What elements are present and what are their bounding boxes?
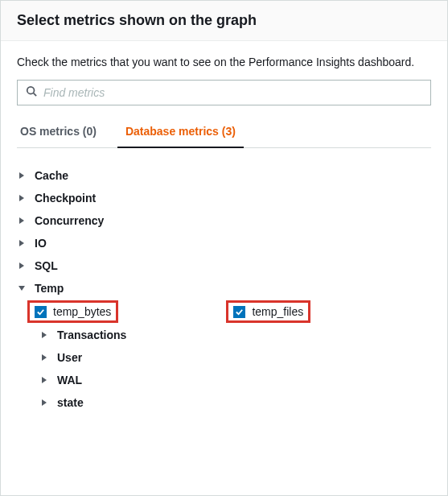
- category-label: WAL: [57, 374, 82, 386]
- checkbox-checked-icon[interactable]: [233, 306, 245, 318]
- category-cache[interactable]: Cache: [17, 164, 431, 187]
- metrics-tabs: OS metrics (0) Database metrics (3): [17, 117, 431, 148]
- caret-right-icon: [17, 239, 27, 247]
- caret-right-icon: [39, 331, 49, 339]
- category-label: User: [57, 351, 82, 364]
- caret-right-icon: [17, 262, 27, 270]
- search-icon: [26, 85, 37, 100]
- caret-right-icon: [39, 399, 49, 407]
- search-input[interactable]: [43, 86, 422, 99]
- checkbox-checked-icon[interactable]: [35, 306, 47, 318]
- search-field[interactable]: [17, 80, 431, 105]
- metric-temp-files[interactable]: temp_files: [228, 303, 308, 320]
- category-sql[interactable]: SQL: [17, 254, 431, 277]
- category-label: IO: [35, 237, 47, 250]
- caret-right-icon: [39, 376, 49, 384]
- category-label: Cache: [35, 169, 68, 182]
- metrics-tree: Cache Checkpoint Concurrency IO: [17, 148, 431, 414]
- caret-right-icon: [17, 172, 27, 180]
- category-state[interactable]: state: [17, 391, 431, 414]
- tab-os-metrics[interactable]: OS metrics (0): [17, 117, 100, 147]
- caret-right-icon: [17, 217, 27, 225]
- caret-down-icon: [17, 285, 27, 291]
- category-label: SQL: [35, 259, 58, 272]
- metric-label: temp_files: [252, 305, 303, 318]
- caret-right-icon: [17, 194, 27, 202]
- svg-line-1: [34, 93, 37, 97]
- panel-header: Select metrics shown on the graph: [1, 1, 447, 41]
- panel-description: Check the metrics that you want to see o…: [17, 56, 431, 68]
- metric-temp-bytes[interactable]: temp_bytes: [30, 303, 116, 320]
- category-transactions[interactable]: Transactions: [17, 324, 431, 346]
- category-wal[interactable]: WAL: [17, 369, 431, 391]
- panel-body: Check the metrics that you want to see o…: [1, 41, 447, 428]
- temp-metrics-row: temp_bytes temp_files: [17, 300, 431, 324]
- category-label: Transactions: [57, 329, 126, 341]
- caret-right-icon: [39, 353, 49, 362]
- category-label: state: [57, 396, 84, 409]
- category-io[interactable]: IO: [17, 232, 431, 254]
- metrics-selection-panel: Select metrics shown on the graph Check …: [0, 0, 448, 496]
- tab-database-metrics[interactable]: Database metrics (3): [122, 117, 239, 147]
- svg-point-0: [27, 87, 35, 94]
- category-label: Temp: [35, 282, 64, 295]
- category-label: Concurrency: [35, 214, 104, 227]
- category-temp[interactable]: Temp: [17, 277, 431, 300]
- panel-title: Select metrics shown on the graph: [17, 12, 431, 29]
- category-checkpoint[interactable]: Checkpoint: [17, 187, 431, 209]
- metric-label: temp_bytes: [53, 305, 111, 318]
- category-user[interactable]: User: [17, 346, 431, 369]
- category-concurrency[interactable]: Concurrency: [17, 209, 431, 232]
- category-label: Checkpoint: [35, 192, 96, 205]
